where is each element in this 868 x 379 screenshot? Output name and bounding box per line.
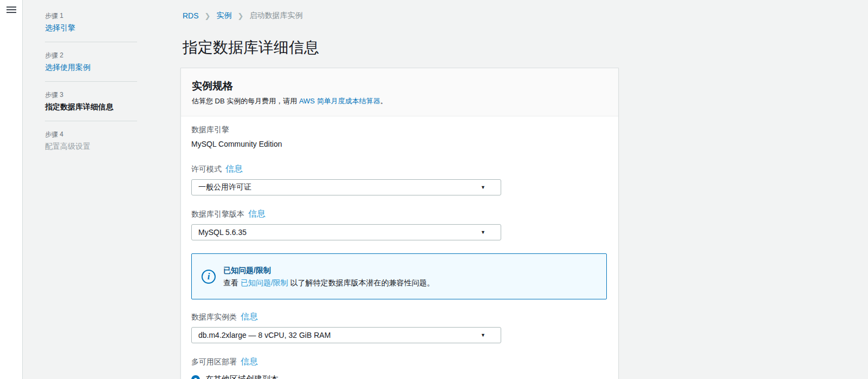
instance-spec-card: 实例规格 估算您 DB 实例的每月费用，请用 AWS 简单月度成本结算器。 数据… — [180, 68, 619, 379]
multi-az-radio-selected[interactable] — [191, 375, 200, 379]
wizard-step-4: 步骤 4 配置高级设置 — [45, 130, 180, 151]
alert-text: 查看 已知问题/限制 以了解特定数据库版本潜在的兼容性问题。 — [223, 277, 435, 288]
engine-version-selected-value: MySQL 5.6.35 — [198, 228, 247, 237]
step-number-label: 步骤 3 — [45, 91, 180, 99]
field-db-engine: 数据库引擎 MySQL Community Edition — [191, 124, 608, 149]
sidebar-item-advanced-settings: 配置高级设置 — [45, 141, 180, 151]
step-number-label: 步骤 2 — [45, 51, 180, 60]
step-divider — [45, 121, 137, 121]
wizard-step-1: 步骤 1 选择引擎 — [45, 12, 180, 32]
license-info-link[interactable]: 信息 — [225, 164, 243, 175]
chevron-right-icon: ❯ — [205, 12, 211, 20]
field-license-model: 许可模式 信息 一般公用许可证 ▼ — [191, 164, 608, 195]
wizard-step-3: 步骤 3 指定数据库详细信息 — [45, 91, 180, 112]
subtitle-text: 估算您 DB 实例的每月费用，请用 — [192, 97, 299, 105]
subtitle-text: 。 — [380, 97, 387, 105]
license-model-select[interactable]: 一般公用许可证 ▼ — [191, 179, 501, 195]
field-engine-version: 数据库引擎版本 信息 MySQL 5.6.35 ▼ — [191, 208, 608, 240]
card-title: 实例规格 — [192, 80, 607, 92]
step-divider — [45, 81, 137, 82]
alert-title: 已知问题/限制 — [223, 265, 435, 276]
left-rail — [0, 0, 23, 379]
card-body: 数据库引擎 MySQL Community Edition 许可模式 信息 一般… — [181, 116, 618, 379]
info-circle-icon: i — [202, 270, 216, 284]
instance-class-selected-value: db.m4.2xlarge — 8 vCPU, 32 GiB RAM — [198, 331, 331, 339]
wizard-step-2: 步骤 2 选择使用案例 — [45, 51, 180, 72]
sidebar-item-choose-engine[interactable]: 选择引擎 — [45, 23, 180, 32]
step-divider — [45, 42, 137, 42]
engine-version-select[interactable]: MySQL 5.6.35 ▼ — [191, 224, 501, 240]
sidebar-item-choose-use-case[interactable]: 选择使用案例 — [45, 62, 180, 72]
card-header: 实例规格 估算您 DB 实例的每月费用，请用 AWS 简单月度成本结算器。 — [181, 68, 618, 116]
dropdown-arrow-icon: ▼ — [481, 185, 485, 190]
db-engine-label: 数据库引擎 — [191, 124, 229, 135]
instance-class-info-link[interactable]: 信息 — [241, 311, 258, 323]
instance-class-select[interactable]: db.m4.2xlarge — 8 vCPU, 32 GiB RAM ▼ — [191, 327, 501, 343]
page-title: 指定数据库详细信息 — [183, 38, 868, 57]
main-content: RDS ❯ 实例 ❯ 启动数据库实例 指定数据库详细信息 实例规格 估算您 DB… — [180, 0, 868, 379]
alert-content: 已知问题/限制 查看 已知问题/限制 以了解特定数据库版本潜在的兼容性问题。 — [223, 265, 435, 288]
hamburger-menu-icon[interactable] — [7, 6, 16, 13]
license-model-selected-value: 一般公用许可证 — [198, 182, 251, 192]
chevron-right-icon: ❯ — [237, 12, 243, 20]
step-number-label: 步骤 1 — [45, 12, 180, 20]
known-issues-link[interactable]: 已知问题/限制 — [241, 278, 288, 287]
breadcrumb-current: 启动数据库实例 — [249, 11, 302, 21]
field-instance-class: 数据库实例类 信息 db.m4.2xlarge — 8 vCPU, 32 GiB… — [191, 311, 608, 343]
known-issues-alert: i 已知问题/限制 查看 已知问题/限制 以了解特定数据库版本潜在的兼容性问题。 — [191, 253, 607, 299]
multi-az-label: 多可用区部署 — [191, 356, 237, 367]
card-subtitle: 估算您 DB 实例的每月费用，请用 AWS 简单月度成本结算器。 — [192, 96, 607, 106]
field-multi-az: 多可用区部署 信息 在其他区域创建副本 在不同的可用区 (AZ) 中创建一个副本… — [191, 356, 608, 379]
license-model-label: 许可模式 — [191, 164, 222, 174]
multi-az-option-label[interactable]: 在其他区域创建副本 — [205, 374, 278, 379]
multi-az-info-link[interactable]: 信息 — [241, 356, 258, 368]
breadcrumb-instances[interactable]: 实例 — [216, 11, 231, 21]
instance-class-label: 数据库实例类 — [191, 311, 237, 322]
db-engine-value: MySQL Community Edition — [191, 139, 608, 149]
wizard-steps-sidebar: 步骤 1 选择引擎 步骤 2 选择使用案例 步骤 3 指定数据库详细信息 步骤 … — [23, 0, 180, 379]
engine-version-info-link[interactable]: 信息 — [248, 208, 265, 220]
multi-az-option-row: 在其他区域创建副本 — [191, 374, 608, 379]
step-number-label: 步骤 4 — [45, 130, 180, 139]
sidebar-item-specify-db-details: 指定数据库详细信息 — [45, 102, 180, 112]
dropdown-arrow-icon: ▼ — [481, 230, 485, 235]
cost-calculator-link[interactable]: AWS 简单月度成本结算器 — [299, 97, 380, 105]
dropdown-arrow-icon: ▼ — [481, 332, 485, 338]
breadcrumb: RDS ❯ 实例 ❯ 启动数据库实例 — [183, 11, 868, 21]
alert-text-pre: 查看 — [223, 278, 241, 287]
alert-text-post: 以了解特定数据库版本潜在的兼容性问题。 — [288, 278, 435, 287]
engine-version-label: 数据库引擎版本 — [191, 208, 244, 219]
breadcrumb-rds[interactable]: RDS — [183, 11, 199, 20]
